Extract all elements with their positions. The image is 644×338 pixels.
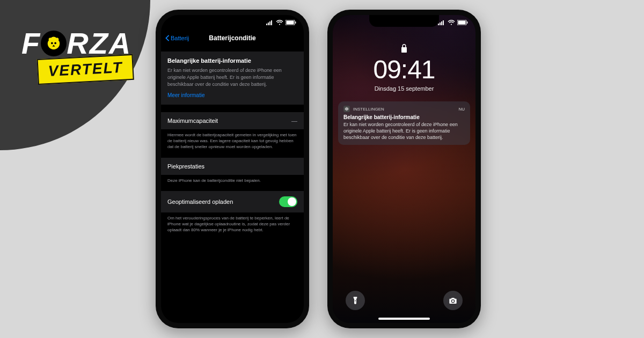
important-battery-card: Belangrijke batterij-informatie Er kan n… [161,52,304,105]
svg-rect-2 [269,21,270,25]
notification-title: Belangrijke batterij-informatie [343,114,465,120]
camera-button[interactable] [443,291,463,310]
svg-rect-1 [268,23,269,25]
brand-text-left: F [21,26,41,61]
signal-icon [438,20,445,25]
flashlight-icon [351,296,360,305]
svg-rect-7 [438,24,439,25]
camera-icon [449,296,457,305]
svg-rect-10 [443,20,444,25]
lock-date: Dinsdag 15 september [333,85,475,92]
peak-desc: Deze iPhone kan de batterijconditie niet… [161,175,304,189]
logo-badge: VERTELT [37,54,134,85]
page-title: Batterijconditie [209,34,255,42]
svg-rect-13 [467,21,468,24]
svg-rect-9 [441,21,442,25]
svg-rect-8 [440,23,441,25]
chevron-left-icon [165,35,170,41]
max-capacity-desc: Hiermee wordt de batterijcapaciteit geme… [161,129,304,155]
notification-card[interactable]: INSTELLINGEN nu Belangrijke batterij-inf… [338,101,470,145]
lock-time: 09:41 [333,55,475,84]
notification-app-name: INSTELLINGEN [353,107,384,112]
optimized-desc: Om het verouderingsproces van de batteri… [161,212,304,238]
home-indicator[interactable] [378,318,430,320]
peak-performance-row[interactable]: Piekprestaties [161,158,304,175]
important-title: Belangrijke batterij-informatie [167,57,297,65]
optimized-toggle[interactable] [279,196,297,207]
flashlight-button[interactable] [346,291,365,310]
svg-rect-5 [287,21,294,25]
notch [197,15,267,27]
back-label: Batterij [171,35,189,41]
more-info-link[interactable]: Meer informatie [167,92,297,99]
signal-icon [266,20,274,25]
max-capacity-label: Maximumcapaciteit [167,117,218,124]
phone-settings: Batterij Batterijconditie Belangrijke ba… [156,10,309,328]
phone-lockscreen: 09:41 Dinsdag 15 september INSTELLINGEN … [327,10,481,328]
back-button[interactable]: Batterij [165,35,189,41]
wifi-icon [448,20,455,25]
max-capacity-row[interactable]: Maximumcapaciteit — [161,112,304,129]
svg-rect-12 [458,21,466,25]
lion-icon [41,31,67,56]
battery-icon [457,20,468,25]
optimized-label: Geoptimaliseerd opladen [167,199,233,205]
notification-timestamp: nu [458,107,465,112]
wifi-icon [276,20,283,25]
notch [369,15,439,27]
important-body: Er kan niet worden gecontroleerd of deze… [167,67,297,87]
peak-label: Piekprestaties [167,163,204,170]
optimized-charging-row: Geoptimaliseerd opladen [161,191,304,212]
svg-rect-6 [295,21,296,24]
max-capacity-value: — [291,117,297,124]
battery-icon [286,20,296,25]
notification-body: Er kan niet worden gecontroleerd of deze… [343,121,465,141]
svg-rect-3 [271,20,272,25]
settings-app-icon [343,106,350,112]
forza-logo: F RZA VERTELT [21,26,131,86]
lock-icon [401,44,407,53]
svg-rect-0 [266,24,267,25]
